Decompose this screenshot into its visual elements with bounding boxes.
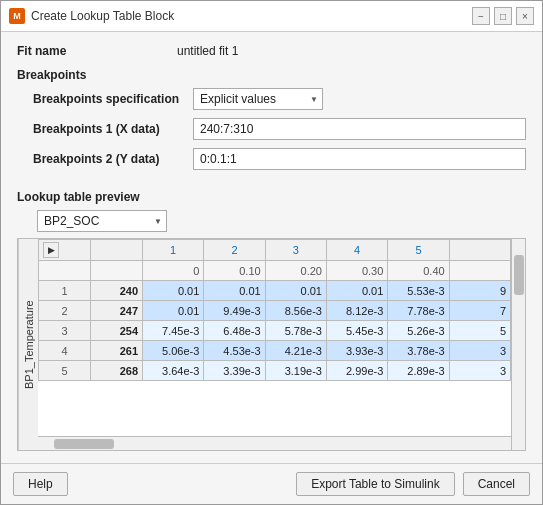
row-num-4: 4 bbox=[39, 341, 91, 361]
bp-val-4: 261 bbox=[91, 341, 143, 361]
cell-3-1: 7.45e-3 bbox=[143, 321, 204, 341]
cell-4-1: 5.06e-3 bbox=[143, 341, 204, 361]
cancel-button[interactable]: Cancel bbox=[463, 472, 530, 496]
row-num-1: 1 bbox=[39, 281, 91, 301]
help-button[interactable]: Help bbox=[13, 472, 68, 496]
cell-3-5: 5.26e-3 bbox=[388, 321, 449, 341]
corner-cell bbox=[91, 240, 143, 261]
vertical-scrollbar[interactable] bbox=[511, 239, 525, 450]
lookup-preview-section: Lookup table preview BP2_SOC ▼ BP1_Tempe… bbox=[17, 188, 526, 451]
table-inner: ▶ 1 2 3 4 5 bbox=[38, 239, 511, 450]
col-header-5: 5 bbox=[388, 240, 449, 261]
bp-val-1: 240 bbox=[91, 281, 143, 301]
table-sub-header-row: 0 0.10 0.20 0.30 0.40 bbox=[39, 261, 511, 281]
breakpoints-title: Breakpoints bbox=[17, 68, 526, 82]
col-header-3: 3 bbox=[265, 240, 326, 261]
cell-2-6: 7 bbox=[449, 301, 510, 321]
cell-1-1: 0.01 bbox=[143, 281, 204, 301]
cell-4-3: 4.21e-3 bbox=[265, 341, 326, 361]
fit-name-value: untitled fit 1 bbox=[177, 44, 238, 58]
cell-4-4: 3.93e-3 bbox=[326, 341, 387, 361]
titlebar: M Create Lookup Table Block − □ × bbox=[1, 1, 542, 32]
restore-button[interactable]: □ bbox=[494, 7, 512, 25]
col-header-more bbox=[449, 240, 510, 261]
cell-5-5: 2.89e-3 bbox=[388, 361, 449, 381]
bp-val-3: 254 bbox=[91, 321, 143, 341]
lookup-preview-title: Lookup table preview bbox=[17, 190, 526, 204]
bp1-label: Breakpoints 1 (X data) bbox=[33, 122, 193, 136]
sub-header-0: 0 bbox=[143, 261, 204, 281]
col-header-4: 4 bbox=[326, 240, 387, 261]
table-dropdown-row: BP2_SOC ▼ bbox=[17, 210, 526, 232]
bp-spec-row: Breakpoints specification Explicit value… bbox=[17, 88, 526, 110]
table-row: 2 247 0.01 9.49e-3 8.56e-3 8.12e-3 7.78e… bbox=[39, 301, 511, 321]
cell-5-2: 3.39e-3 bbox=[204, 361, 265, 381]
horizontal-scrollbar[interactable] bbox=[38, 436, 511, 450]
row-num-2: 2 bbox=[39, 301, 91, 321]
dialog-title: Create Lookup Table Block bbox=[31, 9, 466, 23]
row-num-3: 3 bbox=[39, 321, 91, 341]
table-row: 5 268 3.64e-3 3.39e-3 3.19e-3 2.99e-3 2.… bbox=[39, 361, 511, 381]
sub-corner-2 bbox=[91, 261, 143, 281]
export-button[interactable]: Export Table to Simulink bbox=[296, 472, 455, 496]
horizontal-scrollbar-thumb[interactable] bbox=[54, 439, 114, 449]
bp1-input[interactable] bbox=[193, 118, 526, 140]
bp1-row: Breakpoints 1 (X data) bbox=[17, 118, 526, 140]
cell-2-1: 0.01 bbox=[143, 301, 204, 321]
row-num-5: 5 bbox=[39, 361, 91, 381]
y-axis-label: BP1_Temperature bbox=[18, 239, 38, 450]
breakpoints-section: Breakpoints Breakpoints specification Ex… bbox=[17, 66, 526, 178]
window-controls: − □ × bbox=[472, 7, 534, 25]
cell-1-3: 0.01 bbox=[265, 281, 326, 301]
sub-header-040: 0.40 bbox=[388, 261, 449, 281]
bp-val-2: 247 bbox=[91, 301, 143, 321]
expand-button[interactable]: ▶ bbox=[43, 242, 59, 258]
cell-4-6: 3 bbox=[449, 341, 510, 361]
dialog-window: M Create Lookup Table Block − □ × Fit na… bbox=[0, 0, 543, 505]
cell-2-3: 8.56e-3 bbox=[265, 301, 326, 321]
bp-val-5: 268 bbox=[91, 361, 143, 381]
lookup-table-wrapper: BP1_Temperature ▶ 1 2 bbox=[17, 238, 526, 451]
sub-header-030: 0.30 bbox=[326, 261, 387, 281]
bp2-row: Breakpoints 2 (Y data) bbox=[17, 148, 526, 170]
cell-1-6: 9 bbox=[449, 281, 510, 301]
sub-header-more bbox=[449, 261, 510, 281]
cell-3-3: 5.78e-3 bbox=[265, 321, 326, 341]
minimize-button[interactable]: − bbox=[472, 7, 490, 25]
sub-header-010: 0.10 bbox=[204, 261, 265, 281]
dialog-content: Fit name untitled fit 1 Breakpoints Brea… bbox=[1, 32, 542, 463]
table-dropdown[interactable]: BP2_SOC ▼ bbox=[37, 210, 167, 232]
cell-1-4: 0.01 bbox=[326, 281, 387, 301]
table-header-row: ▶ 1 2 3 4 5 bbox=[39, 240, 511, 261]
dialog-footer: Help Export Table to Simulink Cancel bbox=[1, 463, 542, 504]
bp-spec-dropdown[interactable]: Explicit values ▼ bbox=[193, 88, 323, 110]
table-scroll[interactable]: ▶ 1 2 3 4 5 bbox=[38, 239, 511, 436]
cell-3-2: 6.48e-3 bbox=[204, 321, 265, 341]
cell-5-6: 3 bbox=[449, 361, 510, 381]
cell-1-5: 5.53e-3 bbox=[388, 281, 449, 301]
cell-5-3: 3.19e-3 bbox=[265, 361, 326, 381]
chevron-down-icon-2: ▼ bbox=[154, 217, 162, 226]
cell-5-4: 2.99e-3 bbox=[326, 361, 387, 381]
cell-1-2: 0.01 bbox=[204, 281, 265, 301]
cell-3-6: 5 bbox=[449, 321, 510, 341]
table-row: 1 240 0.01 0.01 0.01 0.01 5.53e-3 9 bbox=[39, 281, 511, 301]
col-header-2: 2 bbox=[204, 240, 265, 261]
cell-5-1: 3.64e-3 bbox=[143, 361, 204, 381]
expand-corner: ▶ bbox=[39, 240, 91, 261]
bp2-input[interactable] bbox=[193, 148, 526, 170]
vertical-scrollbar-thumb[interactable] bbox=[514, 255, 524, 295]
cell-4-2: 4.53e-3 bbox=[204, 341, 265, 361]
bp-spec-label: Breakpoints specification bbox=[33, 92, 193, 106]
app-icon: M bbox=[9, 8, 25, 24]
close-button[interactable]: × bbox=[516, 7, 534, 25]
table-dropdown-value: BP2_SOC bbox=[44, 214, 99, 228]
cell-2-5: 7.78e-3 bbox=[388, 301, 449, 321]
cell-4-5: 3.78e-3 bbox=[388, 341, 449, 361]
col-header-1: 1 bbox=[143, 240, 204, 261]
table-row: 4 261 5.06e-3 4.53e-3 4.21e-3 3.93e-3 3.… bbox=[39, 341, 511, 361]
sub-corner-1 bbox=[39, 261, 91, 281]
bp-spec-dropdown-value: Explicit values bbox=[200, 92, 276, 106]
lookup-table: ▶ 1 2 3 4 5 bbox=[38, 239, 511, 381]
bp2-label: Breakpoints 2 (Y data) bbox=[33, 152, 193, 166]
